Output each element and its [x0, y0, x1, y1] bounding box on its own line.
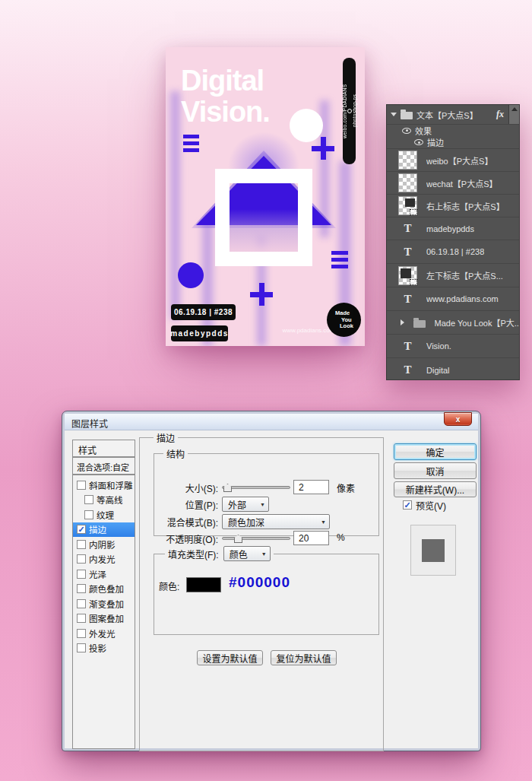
- checkbox[interactable]: [77, 584, 86, 593]
- dialog-titlebar[interactable]: [65, 414, 478, 430]
- close-icon[interactable]: x: [444, 412, 472, 426]
- cancel-button[interactable]: 取消: [394, 462, 477, 479]
- visibility-eye-icon[interactable]: [402, 128, 411, 134]
- stroke-section-title: 描边: [154, 431, 178, 444]
- checkbox[interactable]: [77, 540, 86, 549]
- style-item-contour[interactable]: 等高线: [73, 493, 135, 508]
- position-label: 位置(P):: [154, 498, 218, 511]
- opacity-label: 不透明度(O):: [154, 532, 218, 545]
- layer-row[interactable]: Digital: [387, 358, 519, 382]
- layer-label[interactable]: 左下标志【P大点S...: [426, 269, 503, 281]
- new-style-button[interactable]: 新建样式(W)...: [394, 481, 477, 497]
- layer-label[interactable]: www.pdadians.com: [426, 294, 499, 303]
- checkbox[interactable]: [84, 510, 93, 519]
- style-item-drop-shadow[interactable]: 投影: [73, 641, 135, 656]
- blend-mode-dropdown[interactable]: 颜色加深: [222, 514, 330, 529]
- layer-style-dialog: 图层样式 x 样式 混合选项:自定 斜面和浮雕 等高线 纹理 描边 内阴影 内发…: [62, 411, 480, 751]
- style-item-label: 颜色叠加: [89, 583, 124, 595]
- layer-label[interactable]: madebypdds: [426, 224, 474, 233]
- layer-row[interactable]: madebypdds: [387, 217, 519, 240]
- layer-row[interactable]: 右上标志【P大点S】: [387, 195, 519, 217]
- layer-row[interactable]: 06.19.18 | #238: [387, 240, 519, 264]
- text-layer-icon[interactable]: [398, 340, 417, 353]
- fx-badge[interactable]: fx: [496, 109, 504, 120]
- layer-label[interactable]: 文本【P大点S】: [416, 109, 478, 121]
- opacity-slider-thumb[interactable]: [234, 535, 242, 543]
- opacity-slider[interactable]: [222, 537, 290, 540]
- text-layer-icon[interactable]: [398, 364, 417, 376]
- position-dropdown[interactable]: 外部: [222, 497, 269, 512]
- blend-options-item[interactable]: 混合选项:自定: [72, 457, 135, 475]
- style-item-label: 纹理: [97, 509, 114, 521]
- checkbox[interactable]: [77, 614, 86, 623]
- text-layer-icon[interactable]: [398, 222, 417, 235]
- style-item-bevel[interactable]: 斜面和浮雕: [73, 478, 135, 493]
- layer-row[interactable]: Vision.: [387, 335, 519, 358]
- style-item-inner-glow[interactable]: 内发光: [73, 552, 135, 567]
- preview-checkbox-checked[interactable]: [403, 500, 412, 510]
- reset-default-button[interactable]: 复位为默认值: [271, 650, 337, 665]
- color-label: 颜色:: [159, 579, 179, 592]
- checkbox[interactable]: [77, 570, 86, 579]
- camera-dot-icon: [347, 109, 352, 113]
- set-default-button[interactable]: 设置为默认值: [197, 650, 263, 665]
- layer-row[interactable]: weibo【P大点S】: [387, 149, 519, 172]
- color-swatch[interactable]: [186, 577, 221, 592]
- layer-label[interactable]: 右上标志【P大点S】: [426, 200, 505, 212]
- layer-row[interactable]: wechat【P大点S】: [387, 172, 519, 195]
- vector-mask-icon: [410, 279, 417, 285]
- checkbox[interactable]: [77, 643, 86, 652]
- expander-closed-icon[interactable]: [401, 319, 404, 325]
- style-item-satin[interactable]: 光泽: [73, 567, 135, 582]
- layer-thumbnail[interactable]: [398, 151, 417, 170]
- structure-group: 结构 大小(S): 2 像素 位置(P): 外部 混合模式(B): 颜色加深 不…: [154, 447, 379, 536]
- layer-label[interactable]: Digital: [426, 366, 450, 375]
- layer-label[interactable]: wechat【P大点S】: [426, 177, 498, 189]
- checkbox[interactable]: [77, 554, 86, 564]
- fill-type-label: 填充类型(F):: [168, 548, 219, 560]
- layer-thumbnail[interactable]: [398, 266, 417, 285]
- style-item-color-overlay[interactable]: 颜色叠加: [73, 582, 135, 597]
- size-slider[interactable]: [222, 486, 290, 489]
- style-item-gradient-overlay[interactable]: 渐变叠加: [73, 596, 135, 611]
- layer-row[interactable]: www.pdadians.com: [387, 287, 519, 311]
- fill-type-dropdown[interactable]: 颜色: [223, 546, 271, 561]
- layer-label[interactable]: Made You Look【P大...: [435, 316, 519, 329]
- text-layer-icon[interactable]: [398, 246, 417, 259]
- style-preview-thumbnail: [410, 525, 456, 576]
- effects-label[interactable]: 效果: [415, 125, 432, 137]
- layer-label[interactable]: Vision.: [426, 341, 451, 351]
- scrollbar-up-button[interactable]: [508, 105, 519, 124]
- layer-group-row[interactable]: 文本【P大点S】 fx: [387, 105, 519, 125]
- checkbox[interactable]: [84, 495, 93, 504]
- effects-row[interactable]: 效果: [387, 125, 519, 136]
- preview-checkbox-row[interactable]: 预览(V): [403, 499, 446, 511]
- visibility-eye-icon[interactable]: [414, 139, 423, 145]
- stroke-effect-row[interactable]: 描边: [387, 136, 519, 149]
- style-item-inner-shadow[interactable]: 内阴影: [73, 537, 135, 552]
- style-item-outer-glow[interactable]: 外发光: [73, 626, 135, 641]
- layer-label[interactable]: weibo【P大点S】: [426, 154, 492, 167]
- styles-header: 样式: [72, 440, 135, 457]
- fill-group: 填充类型(F): 颜色 颜色: #000000: [154, 546, 379, 635]
- layer-label[interactable]: 06.19.18 | #238: [426, 247, 484, 256]
- stroke-effect-label[interactable]: 描边: [427, 136, 444, 148]
- style-item-pattern-overlay[interactable]: 图案叠加: [73, 611, 135, 627]
- checkbox[interactable]: [77, 481, 86, 490]
- ok-button[interactable]: 确定: [394, 443, 477, 460]
- size-slider-thumb[interactable]: [223, 484, 232, 492]
- checkbox[interactable]: [77, 599, 86, 608]
- checkbox-checked[interactable]: [77, 525, 86, 534]
- opacity-input[interactable]: 20: [293, 531, 329, 545]
- expander-open-icon[interactable]: [391, 113, 397, 116]
- checkbox[interactable]: [77, 629, 86, 638]
- layer-row[interactable]: 左下标志【P大点S...: [387, 264, 519, 287]
- text-layer-icon[interactable]: [398, 293, 417, 306]
- style-item-label: 渐变叠加: [89, 598, 124, 610]
- layer-thumbnail[interactable]: [398, 196, 417, 215]
- style-item-texture[interactable]: 纹理: [73, 507, 135, 522]
- layer-thumbnail[interactable]: [398, 173, 417, 192]
- layer-group-row[interactable]: Made You Look【P大...: [387, 311, 519, 335]
- style-item-stroke[interactable]: 描边: [73, 522, 135, 538]
- size-input[interactable]: 2: [293, 480, 329, 494]
